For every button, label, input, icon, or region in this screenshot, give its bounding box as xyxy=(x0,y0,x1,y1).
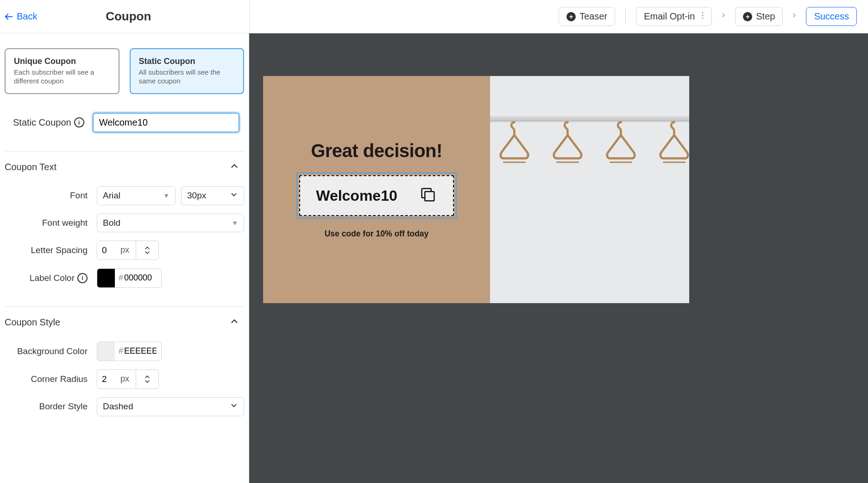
chevron-up-icon xyxy=(144,375,151,379)
hex-input[interactable] xyxy=(123,342,157,361)
hex-input[interactable] xyxy=(123,269,157,287)
svg-point-2 xyxy=(702,14,704,16)
preview-modal[interactable]: Great decision! Welcome10 Use code for 1… xyxy=(263,76,689,303)
bg-color-input[interactable]: # xyxy=(97,342,162,361)
chevron-down-icon xyxy=(144,379,151,384)
coupon-type-unique[interactable]: Unique Coupon Each subscriber will see a… xyxy=(5,48,120,94)
hash-label: # xyxy=(115,269,123,287)
step-email-label: Email Opt-in xyxy=(644,11,695,22)
hanger-icon xyxy=(659,90,689,210)
plus-icon: + xyxy=(743,12,752,21)
section-coupon-style[interactable]: Coupon Style xyxy=(5,316,244,329)
chevron-down-icon xyxy=(230,401,238,412)
step-success[interactable]: Success xyxy=(806,7,857,26)
svg-point-3 xyxy=(702,17,704,19)
step-add-label: Step xyxy=(756,11,775,22)
border-style-label: Border Style xyxy=(5,401,88,412)
back-button[interactable]: Back xyxy=(4,11,37,22)
font-weight-label: Font weight xyxy=(5,218,88,228)
canvas: Great decision! Welcome10 Use code for 1… xyxy=(249,33,868,483)
static-coupon-label: Static Coupon i xyxy=(13,117,84,128)
unit-label: px xyxy=(120,370,136,388)
copy-icon[interactable] xyxy=(419,185,437,206)
chevron-up-icon xyxy=(229,316,239,329)
coupon-box-selected[interactable]: Welcome10 xyxy=(296,172,457,219)
section-title: Coupon Style xyxy=(5,317,60,328)
modal-panel: Great decision! Welcome10 Use code for 1… xyxy=(263,76,490,303)
label-color-input[interactable]: # xyxy=(97,268,162,288)
unit-label: px xyxy=(120,241,136,260)
step-add[interactable]: + Step xyxy=(735,7,783,26)
font-size-select[interactable]: 30px xyxy=(181,186,244,205)
letter-spacing-stepper[interactable]: px xyxy=(97,241,159,260)
color-swatch[interactable] xyxy=(97,269,115,287)
font-weight-select[interactable]: Bold ▼ xyxy=(97,214,244,232)
chevron-down-icon xyxy=(230,191,238,201)
color-swatch[interactable] xyxy=(97,342,115,361)
bg-color-label: Background Color xyxy=(5,346,88,356)
corner-radius-label: Corner Radius xyxy=(5,374,88,384)
info-icon[interactable]: i xyxy=(77,273,88,283)
card-desc: All subscribers will see the same coupon xyxy=(139,68,235,86)
modal-subtext: Use code for 10% off today xyxy=(325,229,429,239)
coupon-type-static[interactable]: Static Coupon All subscribers will see t… xyxy=(130,48,245,94)
menu-dots-icon[interactable] xyxy=(701,11,704,22)
font-family-select[interactable]: Arial ▼ xyxy=(97,186,176,205)
hash-label: # xyxy=(115,342,123,361)
separator xyxy=(625,9,626,25)
coupon-box: Welcome10 xyxy=(299,175,454,216)
chevron-down-icon xyxy=(144,250,151,255)
hanger-icon xyxy=(606,90,636,210)
arrow-left-icon xyxy=(4,12,14,22)
modal-image xyxy=(490,76,689,303)
label-color-label: Label Color i xyxy=(5,273,88,283)
card-desc: Each subscriber will see a different cou… xyxy=(14,68,110,86)
step-teaser[interactable]: + Teaser xyxy=(559,7,615,26)
card-title: Static Coupon xyxy=(139,57,235,66)
modal-headline: Great decision! xyxy=(311,140,442,161)
chevron-up-icon xyxy=(229,161,239,173)
chevron-up-icon xyxy=(144,246,151,250)
letter-spacing-input[interactable] xyxy=(97,241,120,260)
letter-spacing-label: Letter Spacing xyxy=(5,245,88,255)
section-title: Coupon Text xyxy=(5,162,57,172)
hanger-icon xyxy=(553,90,583,210)
step-teaser-label: Teaser xyxy=(579,11,607,22)
chevron-down-icon: ▼ xyxy=(163,192,170,199)
hanger-icon xyxy=(499,90,529,210)
info-icon[interactable]: i xyxy=(74,117,84,127)
chevron-right-icon xyxy=(791,11,798,22)
svg-point-1 xyxy=(702,12,704,13)
plus-icon: + xyxy=(566,12,576,21)
corner-radius-stepper[interactable]: px xyxy=(97,369,159,389)
font-label: Font xyxy=(5,191,88,201)
border-style-select[interactable]: Dashed xyxy=(97,397,244,416)
chevron-right-icon xyxy=(720,11,727,22)
section-coupon-text[interactable]: Coupon Text xyxy=(5,161,244,173)
page-title: Coupon xyxy=(37,9,220,24)
static-coupon-input[interactable] xyxy=(93,113,239,133)
step-email-optin[interactable]: Email Opt-in xyxy=(636,7,712,26)
card-title: Unique Coupon xyxy=(14,57,110,66)
stepper-buttons[interactable] xyxy=(136,370,158,388)
svg-rect-4 xyxy=(425,191,434,201)
stepper-buttons[interactable] xyxy=(136,241,158,260)
step-success-label: Success xyxy=(814,11,849,22)
coupon-code: Welcome10 xyxy=(316,187,397,204)
back-label: Back xyxy=(17,11,37,22)
chevron-down-icon: ▼ xyxy=(232,219,238,227)
corner-radius-input[interactable] xyxy=(97,370,120,388)
